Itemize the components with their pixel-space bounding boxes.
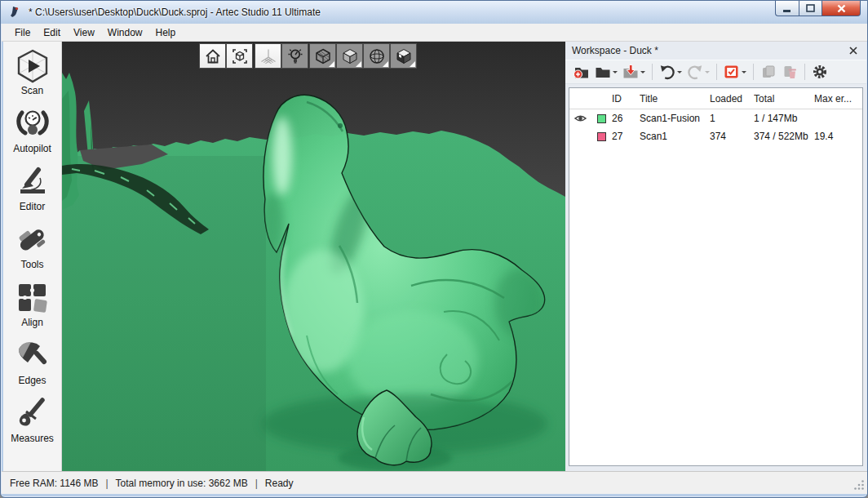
scan-color-swatch bbox=[597, 114, 606, 123]
menu-edit[interactable]: Edit bbox=[37, 24, 67, 41]
render-solid-button[interactable] bbox=[336, 43, 363, 69]
free-ram-status: Free RAM: 1146 MB bbox=[10, 478, 98, 489]
table-row[interactable]: 27 Scan1 374 374 / 522Mb 19.4 bbox=[569, 127, 862, 145]
sidebar-item-measures[interactable]: Measures bbox=[3, 396, 62, 454]
dropdown-caret bbox=[742, 71, 746, 76]
open-folder-icon bbox=[595, 64, 611, 80]
sidebar-item-align[interactable]: Align bbox=[3, 280, 62, 338]
scan-list-table: ID Title Loaded Total Max er... bbox=[569, 87, 863, 466]
table-header-row: ID Title Loaded Total Max er... bbox=[569, 88, 862, 109]
align-icon bbox=[15, 280, 51, 316]
scan-color-swatch bbox=[597, 132, 606, 141]
cell-loaded: 374 bbox=[710, 131, 754, 142]
col-loaded: Loaded bbox=[710, 93, 754, 104]
delete-icon bbox=[782, 64, 798, 80]
scan-icon bbox=[15, 48, 51, 84]
cell-id: 26 bbox=[612, 113, 640, 124]
dropdown-corner bbox=[329, 61, 334, 67]
editor-icon bbox=[15, 164, 51, 200]
close-button[interactable] bbox=[822, 1, 861, 16]
dropdown-corner bbox=[383, 61, 388, 67]
resize-grip[interactable] bbox=[854, 480, 865, 491]
sidebar-label: Editor bbox=[20, 201, 45, 212]
eye-icon bbox=[574, 113, 587, 124]
home-view-button[interactable] bbox=[199, 43, 226, 69]
workspace-title: Workspace - Duck * bbox=[572, 45, 847, 56]
menu-help[interactable]: Help bbox=[149, 24, 183, 41]
sidebar-label: Align bbox=[21, 317, 43, 328]
copy-button[interactable] bbox=[758, 61, 779, 82]
home-icon bbox=[204, 47, 222, 65]
grid-toggle-button[interactable] bbox=[255, 43, 281, 69]
gear-icon bbox=[812, 64, 828, 80]
settings-button[interactable] bbox=[809, 61, 830, 82]
sidebar-item-autopilot[interactable]: Autopilot bbox=[3, 106, 62, 164]
col-max-error: Max er... bbox=[814, 93, 862, 104]
close-icon bbox=[837, 4, 846, 13]
dropdown-corner bbox=[356, 61, 361, 67]
sidebar-item-tools[interactable]: Tools bbox=[3, 222, 62, 280]
app-window: * C:\Users\user\Desktop\Duck\Duck.sproj … bbox=[0, 0, 868, 498]
minimize-button[interactable] bbox=[775, 1, 799, 16]
menu-view[interactable]: View bbox=[67, 24, 101, 41]
menu-window[interactable]: Window bbox=[101, 24, 149, 41]
col-id: ID bbox=[612, 93, 640, 104]
cell-title: Scan1 bbox=[640, 131, 710, 142]
sidebar-item-scan[interactable]: Scan bbox=[3, 48, 62, 106]
3d-viewport[interactable] bbox=[62, 42, 565, 471]
sidebar-item-edges[interactable]: Edges bbox=[3, 338, 62, 396]
render-xray-button[interactable] bbox=[309, 43, 336, 69]
workspace-panel-header[interactable]: Workspace - Duck * bbox=[565, 42, 866, 60]
lighting-toggle-button[interactable] bbox=[281, 43, 308, 69]
toolbar-separator bbox=[804, 64, 805, 80]
color-cell[interactable] bbox=[591, 132, 612, 141]
maximize-button[interactable] bbox=[799, 1, 822, 16]
cell-loaded: 1 bbox=[710, 113, 754, 124]
toolbar-separator bbox=[652, 64, 653, 80]
lightbulb-icon bbox=[286, 47, 304, 65]
import-icon bbox=[622, 64, 639, 80]
toolbar-separator bbox=[716, 64, 717, 80]
redo-icon bbox=[687, 64, 703, 80]
workspace-toolbar bbox=[565, 60, 866, 84]
selection-checkbox-icon bbox=[724, 64, 740, 80]
tools-icon bbox=[15, 222, 51, 258]
status-bar: Free RAM: 1146 MB | Total memory in use:… bbox=[2, 471, 868, 494]
import-button[interactable] bbox=[620, 61, 648, 82]
undo-button[interactable] bbox=[657, 61, 684, 82]
minimize-icon bbox=[783, 5, 791, 12]
3d-viewport-scene[interactable] bbox=[62, 42, 565, 471]
render-textured-button[interactable] bbox=[390, 43, 417, 69]
add-scan-button[interactable] bbox=[570, 61, 592, 82]
dropdown-caret bbox=[677, 71, 682, 76]
ready-status: Ready bbox=[265, 478, 294, 489]
status-separator: | bbox=[105, 478, 108, 489]
visibility-cell[interactable] bbox=[569, 113, 591, 124]
delete-button[interactable] bbox=[779, 61, 800, 82]
sidebar-item-editor[interactable]: Editor bbox=[3, 164, 62, 222]
dropdown-corner bbox=[410, 61, 415, 67]
workspace-panel: Workspace - Duck * bbox=[565, 42, 866, 471]
sidebar-label: Tools bbox=[20, 259, 43, 270]
menu-bar: File Edit View Window Help bbox=[2, 24, 868, 42]
fit-view-icon bbox=[231, 47, 249, 65]
fit-view-button[interactable] bbox=[226, 43, 253, 69]
redo-button[interactable] bbox=[684, 61, 712, 82]
window-title: * C:\Users\user\Desktop\Duck\Duck.sproj … bbox=[29, 7, 321, 18]
mode-sidebar: Scan Autopilot bbox=[3, 42, 62, 471]
memory-status: Total memory in use: 3662 MB bbox=[116, 478, 248, 489]
sidebar-label: Measures bbox=[11, 433, 54, 444]
workspace-close-button[interactable] bbox=[847, 44, 860, 57]
title-bar[interactable]: * C:\Users\user\Desktop\Duck\Duck.sproj … bbox=[1, 1, 867, 24]
menu-file[interactable]: File bbox=[8, 24, 37, 41]
render-smooth-button[interactable] bbox=[363, 43, 390, 69]
cell-id: 27 bbox=[612, 131, 640, 142]
edges-icon bbox=[15, 338, 51, 374]
add-scan-icon bbox=[573, 64, 590, 80]
open-project-button[interactable] bbox=[592, 61, 620, 82]
color-cell[interactable] bbox=[591, 114, 612, 123]
table-row[interactable]: 26 Scan1-Fusion 1 1 / 147Mb bbox=[569, 109, 862, 127]
dropdown-caret bbox=[705, 71, 710, 76]
cell-title: Scan1-Fusion bbox=[640, 113, 710, 124]
selection-mode-button[interactable] bbox=[721, 61, 749, 82]
